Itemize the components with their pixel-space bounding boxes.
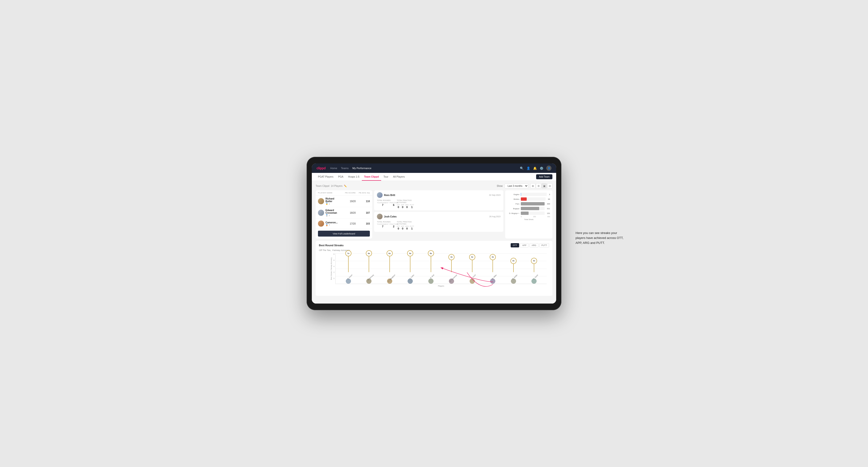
streak-subtitle: Off The Tee, Fairway Accuracy [319,249,549,251]
streak-chart-container: Best Streak, Fairway Accuracy 8 6 4 2 0 [335,253,547,284]
show-controls: Show Last 3 months ⊞ ☰ ▣ ⊟ [497,183,552,188]
list-view-toggle[interactable]: ☰ [536,183,541,188]
search-icon[interactable]: 🔍 [520,166,524,170]
app-logo: clippd [316,166,326,170]
subnav-pga[interactable]: PGA [336,173,346,181]
streak-player-name-3: J. Coles [409,274,414,280]
streak-player-name-7: M. Miller [492,274,497,280]
col-pb-avg: PB AVG SQ [356,192,370,194]
player-info: Richard Butler 🥇 1 [318,197,339,205]
pb-avg-1: 110 [356,200,370,203]
team-header: Team Clippd 14 Players ✏️ Show Last 3 mo… [316,183,552,188]
streak-chart-area: 7xE. Ewert6xB. McHarg6xD. Billingham5xJ.… [335,253,547,284]
card-date-josh: 26 Aug 2023 [489,215,500,218]
tournament-rounds-rees: 7 [377,204,389,206]
player-name-wrap: Edward Crossman 🥈 2 [326,209,339,217]
stat-group-practice: Total Practice Activities OTT 0 APP [397,199,415,209]
pb-avg-3: 103 [356,222,370,225]
card-stats-rees: Total Rounds Tournament 7 Practice [377,199,500,209]
chart-bars: Eagles 3 Birdies [507,193,550,215]
streak-bubble-7: 4x [490,254,496,260]
pb-avg-2: 107 [356,212,370,214]
streak-tab-app[interactable]: APP [520,243,529,247]
table-view-toggle[interactable]: ⊟ [547,183,552,188]
y-tick-4: 4 [331,266,335,267]
bar-val-dbogeys: 131 [547,212,550,214]
bar-label-bogeys: Bogeys [507,208,519,210]
bar-fill-bogeys [521,207,539,210]
player-avatar-1 [318,198,324,204]
team-title: Team Clippd 14 Players [316,184,342,187]
streaks-section: Best Round Streaks OTT APP ARG PUTT Off … [316,241,552,296]
streak-avatar-4 [428,279,434,284]
leaderboard-header: PLAYER NAME PB SCORE PB AVG SQ [316,190,372,195]
bar-row-birdies: Birdies 96 [507,197,550,201]
streak-bubble-4: 5x [428,250,434,256]
card-view-toggle[interactable]: ▣ [541,183,547,188]
player-row[interactable]: Richard Butler 🥇 1 19/20 110 [316,195,372,207]
streak-col-2: 6xD. Billingham [379,253,400,284]
streak-tab-putt[interactable]: PUTT [539,243,549,247]
col-player-name: PLAYER NAME [318,192,339,194]
bar-wrap-birdies [521,197,546,201]
add-team-button[interactable]: Add Team [536,174,552,179]
bar-label-dbogeys: D. Bogeys + [507,212,519,214]
edit-icon[interactable]: ✏️ [344,185,347,187]
period-select[interactable]: Last 3 months [504,184,528,188]
bar-wrap-bogeys [521,207,545,210]
streak-bubble-8: 3x [510,258,517,264]
user-avatar-nav[interactable]: 👤 [546,165,552,171]
player-row[interactable]: Edward Crossman 🥈 2 18/20 107 [316,207,372,219]
y-tick-6: 6 [331,259,335,261]
streak-col-5: 4xE. Crossman [441,253,462,284]
nav-home[interactable]: Home [330,166,337,170]
rank-num-2: 2 [329,214,330,217]
subnav-team-clippd[interactable]: Team Clippd [362,173,381,181]
subnav-pgat[interactable]: PGAT Players [316,173,336,181]
streak-col-3: 5xJ. Coles [400,253,421,284]
card-header-josh: Josh Coles 26 Aug 2023 [377,214,500,219]
rank-num-3: 3 [329,224,330,226]
putt-josh: 1 [410,227,414,230]
bar-label-eagles: Eagles [507,193,519,195]
bar-val-pars: 499 [547,203,550,205]
panels: PLAYER NAME PB SCORE PB AVG SQ [316,190,552,239]
streak-col-0: 7xE. Ewert [338,253,359,284]
nav-teams[interactable]: Teams [341,166,349,170]
streak-subtitle-main: Off The Tee [319,249,331,251]
tablet-screen: clippd Home Teams My Performance 🔍 👤 🔔 ⚙… [312,163,556,304]
settings-icon[interactable]: ⚙️ [540,166,544,170]
streak-col-6: 4xD. Ford [462,253,483,284]
streak-cols: 7xE. Ewert6xB. McHarg6xD. Billingham5xJ.… [338,253,545,284]
streak-tab-ott[interactable]: OTT [511,243,519,247]
show-label: Show [497,185,503,187]
bronze-medal-icon: 🥉 [326,224,328,226]
grid-view-toggle[interactable]: ⊞ [530,183,535,188]
streak-bubble-6: 4x [469,254,475,260]
card-avatar-josh [377,214,382,219]
nav-my-performance[interactable]: My Performance [352,166,371,170]
bar-val-eagles: 3 [549,193,550,195]
tablet-frame: clippd Home Teams My Performance 🔍 👤 🔔 ⚙… [307,157,561,310]
user-icon[interactable]: 👤 [526,166,530,170]
view-leaderboard-button[interactable]: View Full Leaderboard [318,231,370,237]
x-label-0: 0 [521,216,522,217]
chart-title: Total Shots [507,218,550,220]
streak-col-4: 5xR. Britt [421,253,441,284]
subnav-hcaps[interactable]: Hcaps 1-5 [346,173,362,181]
subnav-tour[interactable]: Tour [381,173,391,181]
bell-icon[interactable]: 🔔 [533,166,537,170]
streak-tab-arg[interactable]: ARG [530,243,538,247]
player-row[interactable]: Cameron... 🥉 3 17/20 103 [316,219,372,229]
stat-group-practice-josh: Total Practice Activities OTT 0 APP [397,221,415,230]
streaks-title: Best Round Streaks [319,244,344,247]
x-label-200: 200 [533,216,536,217]
sub-nav-right: Add Team [536,174,552,179]
chart-x-axis: 0 200 400 [507,216,550,217]
player-name-1: Richard Butler [326,197,339,203]
bar-row-pars: Pars 499 [507,202,550,206]
y-tick-0: 0 [331,278,335,279]
subnav-all-players[interactable]: All Players [391,173,407,181]
streak-bubble-9: 3x [531,258,537,264]
practice-activities-label: Total Practice Activities [397,199,415,204]
